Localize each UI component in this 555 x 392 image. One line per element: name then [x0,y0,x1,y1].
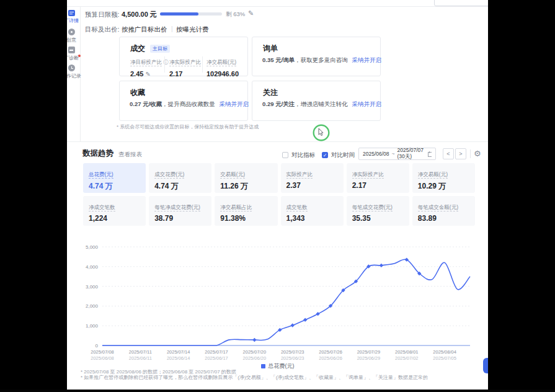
metric-card[interactable]: 每笔成交金额(元) 83.89 0.00 [412,196,475,226]
metric-card[interactable]: 成交花费(元) 4.74 万 0.00 [149,163,211,193]
metric-value: 10.29 万 [418,181,469,192]
svg-text:2025/07/17: 2025/07/17 [205,349,228,355]
mouse-cursor-icon [319,128,323,136]
letterbox-right [488,0,555,392]
goal-desc-text: ，获取更多意向咨询 [295,56,348,63]
compare-metric-checkbox[interactable] [282,152,288,158]
metric-card[interactable]: 交易额(元) 11.26 万 0.00 [215,163,277,193]
budget-label: 预算日限额: [85,11,119,19]
main-goal-badge: 主目标 [150,45,170,53]
goal-note: * 系统会尽可能达成你设置的目标，保持稳定投放有助于提升达成 [117,123,259,130]
goal-metric-label: 净实际投产比 [169,59,201,66]
creative-icon [68,29,75,35]
svg-text:1,000: 1,000 [86,323,99,329]
date-start: 2025/06/08 [363,151,389,157]
goal-metric-label: 净目标投产比 [130,59,162,66]
metric-compare-value: 0.00 [286,192,338,193]
metric-label: 净交易额(元) [418,171,448,179]
metric-value: 2.17 [352,181,404,190]
metric-separator [202,56,203,73]
date-range-picker[interactable]: 2025/06/08 ~ 2025/07/07 (30天) [358,148,436,160]
view-report-link[interactable]: 查看报表 [118,151,142,159]
metric-label: 成交花费(元) [154,171,184,179]
goal-metric: 净交易额(元) 102946.60 [206,55,239,78]
metric-card[interactable]: 成交笔数 1,343 0 [281,196,344,226]
metric-label: 净实际投产比 [352,171,384,179]
compare-time-checkbox[interactable]: ✓ [322,152,328,158]
goal-desc-text: ，提升商品收藏数量 [162,100,215,107]
metric-card[interactable]: 实际投产比 2.37 0.00 [281,163,344,193]
top-divider [67,6,488,7]
section-divider [67,141,488,142]
svg-text:2025/06/14: 2025/06/14 [167,355,190,361]
svg-text:2025/07/02: 2025/07/02 [395,355,419,361]
metric-card[interactable]: 净成交笔数 1,224 0 [83,196,146,226]
goal-card-inquiry: 询单 0.35 元/询单，获取更多意向咨询 采纳并开启 [252,37,381,76]
metric-card[interactable]: 总花费(元) 4.74 万 0.00 [83,163,146,193]
goal-metric: 净目标投产比 ⓘ 2.45 ✎ [130,55,168,78]
goal-card-title-text: 成交 [130,44,145,53]
next-page-button[interactable]: > [455,148,466,159]
goal-metric-value: 2.17 [169,70,201,78]
bid-option-by-impression[interactable]: 按曝光计费 [176,25,209,34]
metric-label: 每笔成交花费(元) [352,204,393,212]
metric-label: 交易额(元) [220,171,245,179]
svg-text:5,000: 5,000 [86,244,99,250]
adopt-enable-link[interactable]: 采纳并开启 [352,100,381,107]
goal-card-desc: 0.29 元/关注，增强店铺关注转化 采纳并开启 [262,100,381,109]
svg-text:2025/07/20: 2025/07/20 [243,349,267,355]
metric-card[interactable]: 每笔净成交花费(元) 38.79 0.00 [149,196,211,226]
date-end: 2025/07/07 (30天) [397,147,426,161]
diagnosis-icon [68,47,75,53]
metric-compare-value: 0.00% [220,225,272,226]
svg-text:2025/07/29: 2025/07/29 [357,349,381,355]
metric-value: 1,343 [286,214,338,223]
metric-value: 4.74 万 [89,181,140,192]
compare-time-label: 对比时间 [331,151,355,159]
goal-metric-value: 2.45 ✎ [130,70,168,78]
metric-card[interactable]: 净交易额(元) 10.29 万 0.00 [412,163,475,193]
goal-bar-label: 目标及出价: [85,25,119,34]
goal-metric: 净实际投产比 2.17 [169,55,201,78]
footnote-2: * 如果推广在暂停或删除前已经获得了曝光，那么在暂停或删除后展示「(净)交易额」… [81,374,428,381]
metric-value: 11.26 万 [220,181,272,192]
metric-card[interactable]: 每笔成交花费(元) 35.35 0.00 [347,196,409,226]
svg-text:2025/06/26: 2025/06/26 [319,355,342,361]
letterbox-bottom [0,390,555,392]
goal-price: 0.29 元/关注 [262,100,295,107]
metric-card[interactable]: 净实际投产比 2.17 0.00 [347,163,409,193]
info-icon[interactable]: ⓘ [162,60,168,65]
budget-progress-bar [160,12,222,16]
svg-text:2025/08/04: 2025/08/04 [433,349,456,355]
history-icon [68,65,75,71]
svg-text:2025/06/11: 2025/06/11 [129,355,152,361]
metric-value: 4.74 万 [154,181,206,192]
budget-edit-icon[interactable]: ✎ [248,9,254,17]
prev-page-button[interactable]: < [443,148,454,159]
svg-text:2025/07/05: 2025/07/05 [433,355,456,361]
goal-card-favorite: 收藏 0.27 元/收藏，提升商品收藏数量 采纳并开启 [119,81,248,121]
trend-chart[interactable]: 01,0002,0003,0004,0005,0002025/07/082025… [67,241,488,368]
goal-card-deal: 成交主目标 净目标投产比 ⓘ 2.45 ✎ 净实际投产比 2.17 净交易额(元… [119,37,248,76]
metric-label: 每笔成交金额(元) [418,204,458,212]
svg-text:2025/07/14: 2025/07/14 [167,349,190,355]
svg-text:2025/06/23: 2025/06/23 [281,355,304,361]
metric-card[interactable]: 净交易额占比 91.38% 0.00% [215,196,277,226]
promotion-detail-icon [68,10,75,16]
metric-compare-value: 0.00 [352,225,404,226]
ad-campaign-dashboard: 广详情 创意 广诊断 操作记录 预算日限额: 4,500.00 元 剩 63% … [0,0,555,392]
metric-value: 91.38% [220,214,272,223]
metric-compare-value: 0.00 [154,225,206,226]
metric-label: 成交笔数 [286,204,308,212]
metric-label: 实际投产比 [286,171,313,179]
cursor-click-indicator [312,124,331,143]
adopt-enable-link[interactable]: 采纳并开启 [352,56,381,63]
settings-gear-icon[interactable]: ⚙ [474,149,481,158]
svg-text:2025/07/26: 2025/07/26 [319,349,342,355]
adopt-enable-link[interactable]: 采纳并开启 [219,100,249,107]
bid-option-by-goal[interactable]: 按推广目标出价 [122,25,167,34]
budget-amount: 4,500.00 元 [122,10,157,19]
metric-cards-row-1: 总花费(元) 4.74 万 0.00 成交花费(元) 4.74 万 0.00 交… [83,163,475,193]
goal-edit-icon[interactable]: ✎ [145,71,150,78]
metric-label: 净交易额占比 [220,204,252,212]
